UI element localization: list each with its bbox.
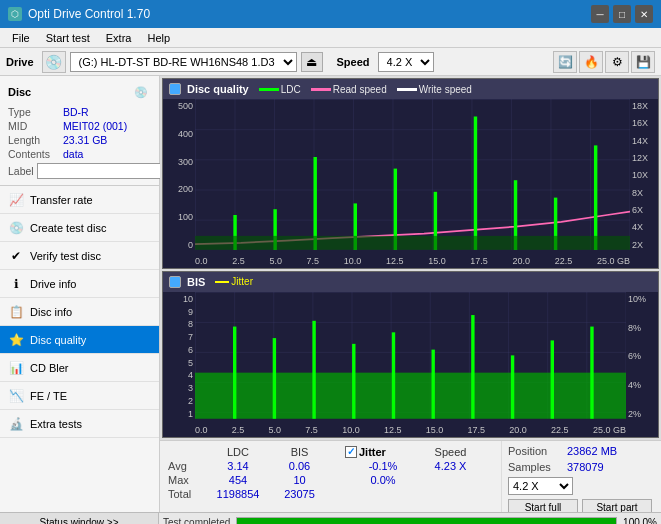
sidebar-item-extra-tests[interactable]: 🔬 Extra tests [0, 410, 159, 438]
label-input[interactable] [37, 163, 170, 179]
top-y-right: 18X16X14X12X10X8X6X4X2X [630, 99, 658, 268]
stats-table-area: LDC BIS ✓ Jitter Speed [160, 441, 501, 521]
test-speed-select[interactable]: 4.2 X [508, 477, 573, 495]
bottom-chart-title: BIS [187, 276, 205, 288]
stats-table: LDC BIS ✓ Jitter Speed [166, 445, 478, 501]
close-button[interactable]: ✕ [635, 5, 653, 23]
bottom-x-axis: 0.02.55.07.510.012.515.017.520.022.525.0… [195, 421, 626, 439]
refresh-icon[interactable]: 🔄 [553, 51, 577, 73]
status-window-button[interactable]: Status window >> [0, 512, 159, 524]
top-y-left: 5004003002001000 [163, 99, 195, 268]
menu-file[interactable]: File [4, 30, 38, 46]
menu-help[interactable]: Help [139, 30, 178, 46]
progress-bar-fill [237, 518, 616, 525]
menu-start-test[interactable]: Start test [38, 30, 98, 46]
sidebar-item-fe-te[interactable]: 📉 FE / TE [0, 382, 159, 410]
sidebar-item-label: Verify test disc [30, 250, 101, 262]
speed-label: Speed [337, 56, 370, 68]
col-header-ldc: LDC [204, 445, 272, 459]
position-val: 23862 MB [567, 445, 617, 457]
col-header-speed: Speed [423, 445, 478, 459]
title-bar: ⬡ Opti Drive Control 1.70 ─ □ ✕ [0, 0, 661, 28]
sidebar-item-label: FE / TE [30, 390, 67, 402]
label-key: Label [8, 165, 34, 177]
legend-ldc: LDC [259, 84, 301, 95]
col-header-bis: BIS [272, 445, 327, 459]
maximize-button[interactable]: □ [613, 5, 631, 23]
sidebar: Disc 💿 Type BD-R MID MEIT02 (001) Length… [0, 76, 160, 512]
max-bis: 10 [272, 473, 327, 487]
verify-test-disc-icon: ✔ [8, 248, 24, 264]
avg-jitter: -0.1% [343, 459, 423, 473]
sidebar-item-label: Drive info [30, 278, 76, 290]
fe-te-icon: 📉 [8, 388, 24, 404]
bottom-chart-body: 10987654321 [163, 292, 658, 437]
jitter-checkbox-row: ✓ Jitter [345, 446, 421, 458]
contents-key: Contents [8, 148, 63, 160]
sidebar-item-label: Transfer rate [30, 194, 93, 206]
top-chart-header: Disc quality LDC Read speed Write speed [163, 79, 658, 99]
status-bar: Status window >> Test completed 100.0% [0, 512, 661, 524]
max-jitter: 0.0% [343, 473, 423, 487]
drive-bar: Drive 💿 (G:) HL-DT-ST BD-RE WH16NS48 1.D… [0, 48, 661, 76]
sidebar-item-create-test-disc[interactable]: 💿 Create test disc [0, 214, 159, 242]
samples-val: 378079 [567, 461, 604, 473]
svg-rect-4 [195, 99, 630, 250]
stats-area: LDC BIS ✓ Jitter Speed [160, 440, 661, 521]
disc-icon: 💿 [131, 82, 151, 102]
bottom-y-left: 10987654321 [163, 292, 195, 437]
total-bis: 23075 [272, 487, 327, 501]
right-stats-panel: Position 23862 MB Samples 378079 4.2 X S… [501, 441, 661, 521]
top-chart-svg [195, 99, 630, 250]
jitter-label: Jitter [359, 446, 386, 458]
menu-bar: File Start test Extra Help [0, 28, 661, 48]
samples-label: Samples [508, 461, 563, 473]
top-chart-title: Disc quality [187, 83, 249, 95]
top-chart: Disc quality LDC Read speed Write speed [162, 78, 659, 269]
drive-select[interactable]: (G:) HL-DT-ST BD-RE WH16NS48 1.D3 [70, 52, 297, 72]
sidebar-item-label: Disc quality [30, 334, 86, 346]
progress-area: Test completed 100.0% [159, 512, 661, 524]
top-x-axis: 0.02.55.07.510.012.515.017.520.022.525.0… [195, 252, 630, 270]
drive-icon: 💿 [42, 51, 66, 73]
minimize-button[interactable]: ─ [591, 5, 609, 23]
max-ldc: 454 [204, 473, 272, 487]
progress-text: 100.0% [623, 517, 657, 524]
legend-jitter-label: Jitter [231, 276, 253, 287]
max-label: Max [166, 473, 204, 487]
settings-icon[interactable]: ⚙ [605, 51, 629, 73]
samples-row: Samples 378079 [508, 461, 655, 473]
content-area: Disc quality LDC Read speed Write speed [160, 76, 661, 512]
mid-key: MID [8, 120, 63, 132]
save-icon[interactable]: 💾 [631, 51, 655, 73]
disc-panel: Disc 💿 Type BD-R MID MEIT02 (001) Length… [0, 76, 159, 186]
legend-read-speed-label: Read speed [333, 84, 387, 95]
sidebar-item-cd-bler[interactable]: 📊 CD Bler [0, 354, 159, 382]
sidebar-item-transfer-rate[interactable]: 📈 Transfer rate [0, 186, 159, 214]
speed-selector-row[interactable]: 4.2 X [508, 477, 655, 495]
sidebar-item-drive-info[interactable]: ℹ Drive info [0, 270, 159, 298]
svg-rect-19 [195, 372, 626, 418]
length-val: 23.31 GB [63, 134, 107, 146]
eject-button[interactable]: ⏏ [301, 52, 323, 72]
legend-jitter: Jitter [215, 276, 253, 287]
sidebar-item-disc-quality[interactable]: ⭐ Disc quality [0, 326, 159, 354]
bottom-chart-svg-wrap: 0.02.55.07.510.012.515.017.520.022.525.0… [195, 292, 626, 437]
sidebar-item-disc-info[interactable]: 📋 Disc info [0, 298, 159, 326]
status-text: Test completed [163, 517, 230, 524]
menu-extra[interactable]: Extra [98, 30, 140, 46]
charts-container: Disc quality LDC Read speed Write speed [160, 76, 661, 440]
sidebar-item-verify-test-disc[interactable]: ✔ Verify test disc [0, 242, 159, 270]
jitter-checkbox[interactable]: ✓ [345, 446, 357, 458]
bottom-chart-svg [195, 292, 626, 419]
sidebar-nav: 📈 Transfer rate 💿 Create test disc ✔ Ver… [0, 186, 159, 512]
drive-label: Drive [6, 56, 34, 68]
type-key: Type [8, 106, 63, 118]
burn-icon[interactable]: 🔥 [579, 51, 603, 73]
avg-ldc: 3.14 [204, 459, 272, 473]
avg-bis: 0.06 [272, 459, 327, 473]
legend-read-speed: Read speed [311, 84, 387, 95]
speed-select[interactable]: 4.2 X [378, 52, 434, 72]
bottom-y-right: 10%8%6%4%2% [626, 292, 658, 437]
avg-speed: 4.23 X [423, 459, 478, 473]
